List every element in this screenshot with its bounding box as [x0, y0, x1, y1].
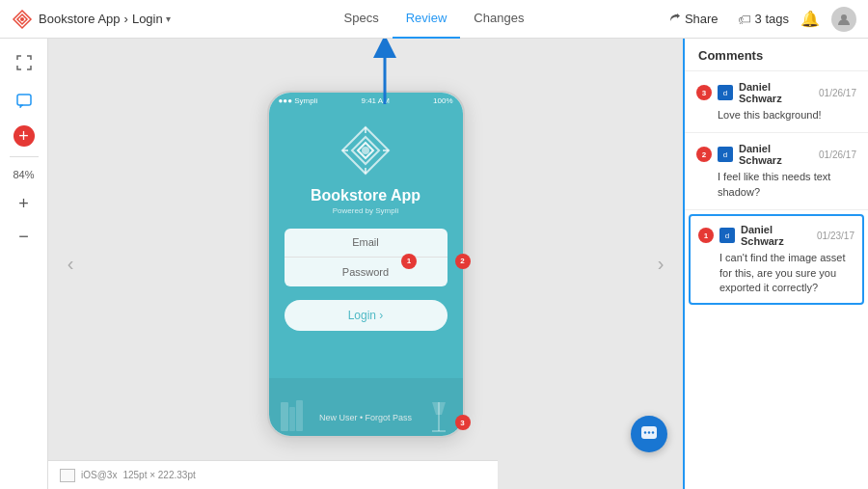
comments-panel: Comments 3 d Daniel Schwarz 01/26/17 Lov…	[683, 39, 868, 489]
next-button[interactable]: ›	[646, 250, 675, 279]
comment-avatar-3: d	[718, 85, 733, 100]
scene-lamp-icon	[424, 397, 453, 436]
comment-date-2: 01/26/17	[819, 149, 856, 160]
zoom-level: 84%	[13, 169, 34, 180]
tag-icon: 🏷	[738, 12, 751, 27]
tab-review[interactable]: Review	[393, 0, 461, 39]
svg-rect-17	[296, 400, 303, 431]
prev-button[interactable]: ‹	[56, 250, 85, 279]
comment-text-3: Love this background!	[718, 108, 856, 122]
canvas-area: ‹ ●●● Sympli 9:41 AM 100%	[48, 39, 683, 489]
comment-number-2: 2	[696, 147, 712, 162]
phone-mockup: ●●● Sympli 9:41 AM 100%	[267, 91, 465, 438]
login-button[interactable]: Login ›	[285, 300, 448, 331]
fit-screen-button[interactable]	[10, 48, 39, 77]
bottom-info-bar: iOS@3x 125pt × 222.33pt	[48, 460, 498, 489]
comment-icon	[16, 94, 32, 109]
nav-right: Share 🏷 3 tags 🔔	[537, 7, 856, 32]
svg-point-2	[20, 17, 24, 21]
logo-icon	[12, 9, 33, 30]
scene-books-icon	[279, 393, 312, 436]
left-sidebar: + 84% + −	[0, 39, 48, 489]
breadcrumb-separator: ›	[124, 12, 128, 26]
comment-avatar-2: d	[718, 147, 733, 162]
page-name-label[interactable]: Login ▾	[132, 12, 171, 26]
phone-container: ●●● Sympli 9:41 AM 100%	[267, 91, 465, 438]
notifications-icon[interactable]: 🔔	[800, 10, 820, 28]
fit-icon	[16, 55, 32, 70]
size-box-icon	[60, 469, 75, 482]
comment-item-1[interactable]: 1 d Daniel Schwarz 01/23/17 I can't find…	[689, 214, 864, 305]
divider	[10, 156, 39, 157]
comment-badge-3[interactable]: 3	[455, 415, 471, 430]
chat-icon	[639, 424, 659, 444]
nav-tabs: Specs Review Changes	[331, 0, 538, 39]
comment-item-3[interactable]: 3 d Daniel Schwarz 01/26/17 Love this ba…	[685, 71, 868, 133]
share-icon	[668, 13, 681, 25]
tab-changes[interactable]: Changes	[460, 0, 537, 39]
login-form: Email Password	[285, 229, 448, 286]
user-avatar[interactable]	[831, 7, 856, 32]
chevron-down-icon: ▾	[166, 14, 171, 24]
comment-author-2: Daniel Schwarz	[739, 143, 813, 166]
phone-body: Bookstore App Powered by Sympli Email Pa…	[269, 110, 463, 436]
comment-number-3: 3	[696, 85, 712, 100]
svg-rect-4	[17, 95, 31, 105]
annotation-arrow	[371, 39, 398, 106]
phone-status-bar: ●●● Sympli 9:41 AM 100%	[269, 93, 463, 110]
phone-logo	[339, 123, 393, 177]
comment-text-2: I feel like this needs text shadow?	[718, 170, 856, 200]
main-area: + 84% + − ‹ ●●● Symp	[0, 39, 868, 489]
comment-text-1: I can't find the image asset for this, a…	[719, 251, 854, 295]
comment-meta-2: 2 d Daniel Schwarz 01/26/17	[696, 143, 856, 166]
comment-author-3: Daniel Schwarz	[739, 81, 813, 104]
email-field[interactable]: Email	[285, 229, 448, 258]
top-navigation: Bookstore App › Login ▾ Specs Review Cha…	[0, 0, 868, 39]
comment-item-2[interactable]: 2 d Daniel Schwarz 01/26/17 I feel like …	[685, 133, 868, 210]
dimensions-label: 125pt × 222.33pt	[122, 470, 195, 480]
zoom-in-button[interactable]: +	[13, 192, 36, 215]
svg-point-23	[648, 431, 650, 433]
svg-point-10	[362, 147, 369, 154]
comments-header: Comments	[685, 39, 868, 71]
svg-point-24	[652, 431, 654, 433]
comment-meta-1: 1 d Daniel Schwarz 01/23/17	[698, 224, 854, 247]
svg-marker-19	[432, 402, 446, 415]
phone-scene	[269, 378, 463, 436]
svg-rect-15	[281, 402, 288, 431]
comment-meta-3: 3 d Daniel Schwarz 01/26/17	[696, 81, 856, 104]
comment-date-1: 01/23/17	[817, 231, 854, 241]
share-button[interactable]: Share	[661, 8, 726, 30]
comment-author-1: Daniel Schwarz	[741, 224, 811, 247]
platform-label: iOS@3x	[81, 470, 117, 480]
phone-app-subtitle: Powered by Sympli	[333, 206, 398, 215]
comment-badge-1[interactable]: 1	[401, 254, 417, 269]
comment-avatar-1: d	[719, 228, 735, 243]
tags-button[interactable]: 🏷 3 tags	[738, 12, 789, 27]
comment-date-3: 01/26/17	[819, 88, 856, 98]
comment-badge-2[interactable]: 2	[455, 254, 471, 269]
comment-number-1: 1	[698, 228, 714, 243]
tab-specs[interactable]: Specs	[331, 0, 393, 39]
breadcrumb: Bookstore App › Login ▾	[39, 12, 171, 26]
app-name-label[interactable]: Bookstore App	[39, 12, 121, 26]
svg-rect-16	[289, 407, 295, 431]
password-field[interactable]: Password	[285, 258, 448, 286]
zoom-out-button[interactable]: −	[13, 225, 36, 248]
chat-fab-button[interactable]	[631, 416, 667, 452]
user-icon	[837, 13, 851, 26]
nav-left: Bookstore App › Login ▾	[12, 9, 331, 30]
add-button[interactable]: +	[14, 125, 35, 147]
svg-point-22	[644, 431, 646, 433]
phone-app-title: Bookstore App	[311, 187, 420, 204]
comment-tool-button[interactable]	[10, 87, 39, 116]
